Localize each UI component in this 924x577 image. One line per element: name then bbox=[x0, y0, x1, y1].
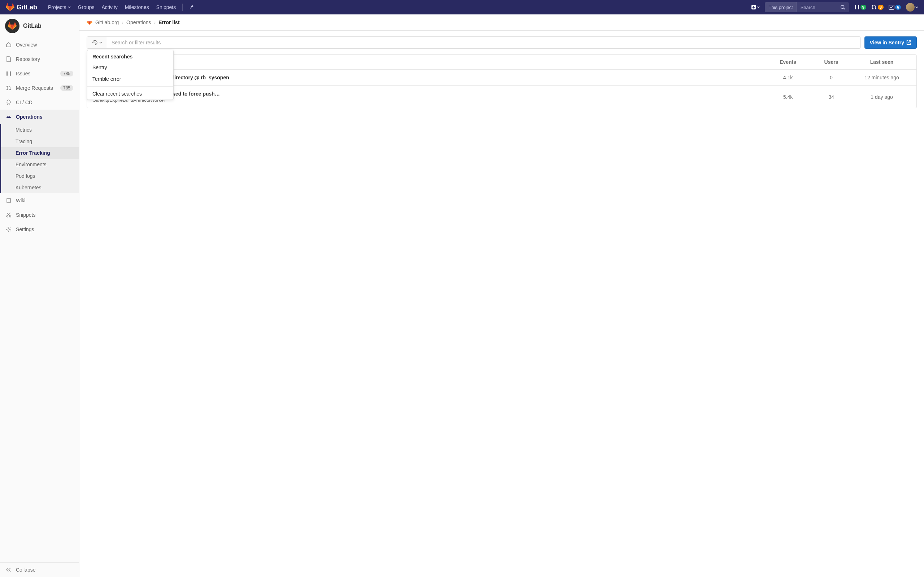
breadcrumb: GitLab.org › Operations › Error list bbox=[79, 15, 924, 31]
merge-request-icon bbox=[871, 4, 877, 10]
nav-projects-label: Projects bbox=[48, 4, 66, 10]
chevron-down-icon bbox=[99, 41, 102, 44]
top-navbar: GitLab Projects Groups Activity Mileston… bbox=[0, 0, 924, 15]
todos-icon bbox=[888, 4, 894, 10]
sidebar-item-repository[interactable]: Repository bbox=[0, 52, 79, 66]
table-header: Error Events Users Last seen bbox=[87, 55, 916, 69]
table-row[interactable]: GitAccessError · You are not allowed to … bbox=[87, 86, 916, 108]
filter-bar: Recent searches Sentry Terrible error Cl… bbox=[87, 36, 861, 49]
events-cell: 5.4k bbox=[766, 94, 809, 100]
sidebar-label: Issues bbox=[16, 71, 30, 76]
nav-activity[interactable]: Activity bbox=[98, 0, 121, 15]
seen-cell: 12 minutes ago bbox=[853, 75, 911, 81]
avatar bbox=[906, 3, 914, 11]
sidebar-item-cicd[interactable]: CI / CD bbox=[0, 95, 79, 110]
nav-snippets[interactable]: Snippets bbox=[153, 0, 179, 15]
search-button[interactable] bbox=[837, 5, 849, 10]
nav-new-dropdown[interactable] bbox=[751, 5, 760, 10]
sidebar-collapse[interactable]: Collapse bbox=[0, 562, 79, 577]
errors-table: Error Events Users Last seen Errno::ENOE… bbox=[87, 55, 917, 108]
dropdown-clear[interactable]: Clear recent searches bbox=[87, 88, 173, 100]
nav-todos-shortcut[interactable]: 6 bbox=[888, 4, 901, 10]
nav-issues-shortcut[interactable]: 9 bbox=[854, 4, 866, 10]
sidebar-subitem-pod-logs[interactable]: Pod logs bbox=[1, 170, 79, 182]
sidebar-subitem-environments[interactable]: Environments bbox=[1, 159, 79, 170]
svg-rect-8 bbox=[6, 71, 8, 76]
collapse-label: Collapse bbox=[16, 567, 36, 573]
svg-point-12 bbox=[10, 89, 11, 90]
dropdown-item-sentry[interactable]: Sentry bbox=[87, 62, 173, 73]
svg-point-11 bbox=[6, 89, 8, 90]
issues-icon bbox=[854, 4, 860, 10]
navbar-right: This project 9 3 6 bbox=[751, 2, 918, 12]
nav-milestones[interactable]: Milestones bbox=[121, 0, 153, 15]
home-icon bbox=[6, 42, 11, 48]
plus-icon bbox=[751, 5, 756, 10]
breadcrumb-operations[interactable]: Operations bbox=[126, 19, 151, 25]
error-title: Errno::ENOENT · No such file or director… bbox=[93, 75, 766, 81]
sidebar-subitem-kubernetes[interactable]: Kubernetes bbox=[1, 182, 79, 193]
sidebar-item-snippets[interactable]: Snippets bbox=[0, 208, 79, 222]
sidebar-item-overview[interactable]: Overview bbox=[0, 37, 79, 52]
nav-user-menu[interactable] bbox=[906, 3, 918, 11]
nav-milestones-label: Milestones bbox=[125, 4, 149, 10]
view-in-sentry-button[interactable]: View in Sentry bbox=[864, 36, 917, 49]
sidebar-label: Wiki bbox=[16, 198, 25, 203]
svg-point-10 bbox=[6, 86, 8, 87]
sidebar-label: Merge Requests bbox=[16, 85, 53, 91]
svg-rect-2 bbox=[855, 5, 856, 10]
sidebar-subitem-metrics[interactable]: Metrics bbox=[1, 124, 79, 135]
nav-mrs-shortcut[interactable]: 3 bbox=[871, 4, 884, 10]
nav-admin[interactable] bbox=[186, 0, 198, 15]
project-avatar bbox=[5, 19, 19, 33]
filter-input[interactable] bbox=[107, 37, 861, 48]
svg-rect-9 bbox=[10, 71, 11, 76]
error-cell: Errno::ENOENT · No such file or director… bbox=[93, 75, 766, 81]
search-scope[interactable]: This project bbox=[765, 2, 796, 12]
sidebar-item-issues[interactable]: Issues785 bbox=[0, 66, 79, 81]
todos-badge: 6 bbox=[895, 5, 901, 10]
toolbar: Recent searches Sentry Terrible error Cl… bbox=[87, 36, 917, 49]
sidebar-item-merge-requests[interactable]: Merge Requests785 bbox=[0, 81, 79, 95]
sidebar-subitem-tracing[interactable]: Tracing bbox=[1, 135, 79, 147]
sidebar-label: CI / CD bbox=[16, 100, 32, 105]
navbar-search: This project bbox=[765, 2, 848, 12]
dropdown-divider bbox=[87, 86, 173, 87]
issues-icon bbox=[6, 71, 11, 76]
nav-groups[interactable]: Groups bbox=[74, 0, 98, 15]
search-icon bbox=[840, 5, 845, 10]
dropdown-item-terrible-error[interactable]: Terrible error bbox=[87, 73, 173, 85]
navbar-logo[interactable]: GitLab bbox=[6, 3, 37, 11]
events-cell: 4.1k bbox=[766, 75, 809, 81]
project-title: GitLab bbox=[23, 23, 42, 29]
svg-point-1 bbox=[841, 5, 844, 9]
svg-point-16 bbox=[8, 229, 10, 230]
table-row[interactable]: Errno::ENOENT · No such file or director… bbox=[87, 69, 916, 86]
breadcrumb-sep: › bbox=[122, 19, 123, 25]
sidebar: GitLab Overview Repository Issues785 Mer… bbox=[0, 15, 79, 577]
sidebar-item-operations[interactable]: Operations bbox=[0, 110, 79, 124]
chevron-down-icon bbox=[757, 6, 760, 9]
sidebar-subitem-error-tracking[interactable]: Error Tracking bbox=[1, 147, 79, 159]
col-events-header: Events bbox=[766, 59, 809, 65]
error-title: GitAccessError · You are not allowed to … bbox=[93, 91, 766, 97]
operations-icon bbox=[6, 114, 11, 120]
gitlab-icon bbox=[6, 3, 15, 11]
breadcrumb-sep: › bbox=[154, 19, 156, 25]
content: Recent searches Sentry Terrible error Cl… bbox=[79, 31, 924, 114]
sidebar-item-settings[interactable]: Settings bbox=[0, 222, 79, 237]
sidebar-header[interactable]: GitLab bbox=[0, 15, 79, 37]
mr-count: 785 bbox=[60, 85, 73, 91]
external-link-icon bbox=[906, 40, 911, 45]
seen-cell: 1 day ago bbox=[853, 94, 911, 100]
breadcrumb-org[interactable]: GitLab.org bbox=[95, 19, 119, 25]
sidebar-label: Overview bbox=[16, 42, 37, 48]
nav-activity-label: Activity bbox=[102, 4, 118, 10]
gitlab-icon bbox=[8, 22, 16, 30]
breadcrumb-current: Error list bbox=[158, 19, 179, 25]
rocket-icon bbox=[6, 100, 11, 105]
nav-projects[interactable]: Projects bbox=[44, 0, 74, 15]
recent-searches-button[interactable] bbox=[87, 37, 107, 48]
search-input[interactable] bbox=[797, 5, 837, 10]
sidebar-item-wiki[interactable]: Wiki bbox=[0, 193, 79, 208]
